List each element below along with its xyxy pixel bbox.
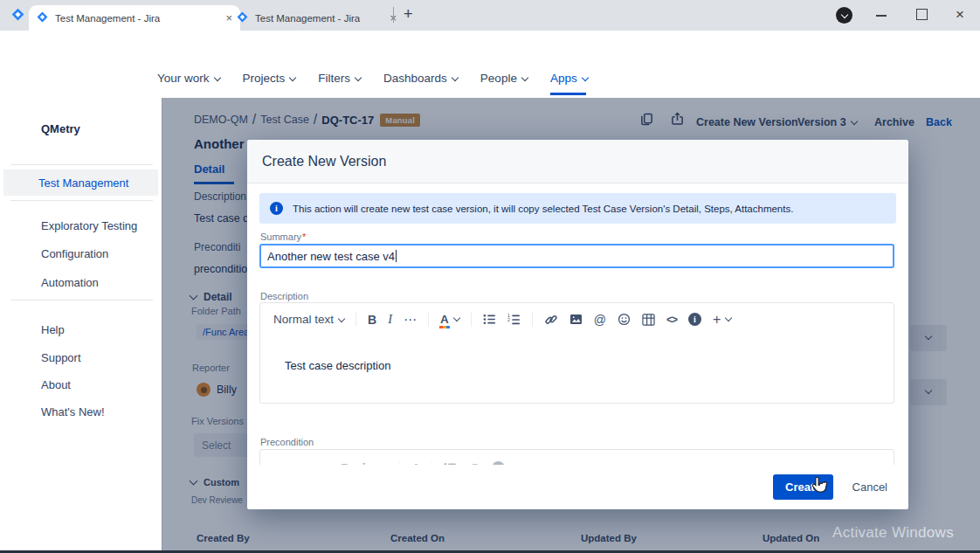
- chevron-down-icon: [725, 314, 732, 321]
- image-icon[interactable]: [569, 314, 583, 325]
- toolbar-divider: [532, 312, 533, 327]
- create-new-version-modal: Create New Version i This action will cr…: [247, 140, 908, 509]
- sidebar-item-about[interactable]: About: [41, 378, 71, 391]
- italic-icon[interactable]: I: [388, 313, 392, 326]
- sidebar-item-exploratory-testing[interactable]: Exploratory Testing: [41, 219, 137, 232]
- tab-favicon-jira-icon: [37, 10, 48, 26]
- browser-toolbar: tm-demo.atlassian.net/plugins/servlet/ac…: [0, 31, 980, 59]
- info-banner: i This action will create new test case …: [259, 193, 896, 224]
- sidebar-divider: [10, 164, 153, 165]
- window-maximize-button[interactable]: [916, 9, 928, 20]
- more-formatting-icon[interactable]: ⋯: [404, 313, 417, 326]
- sidebar-item-configuration[interactable]: Configuration: [41, 247, 108, 260]
- sidebar-app-title: QMetry: [41, 122, 80, 135]
- chevron-down-icon: [521, 74, 528, 81]
- chevron-down-icon: [355, 74, 362, 81]
- summary-label: Summary*: [260, 232, 306, 242]
- tab-title: Test Management - Jira: [255, 13, 383, 24]
- browser-tab-inactive[interactable]: Test Management - Jira ×: [229, 5, 404, 31]
- text-cursor: [396, 250, 397, 262]
- required-asterisk: *: [302, 232, 306, 242]
- toolbar-divider: [428, 312, 429, 327]
- screenshot-root: { "browser": { "tab1": "Test Management …: [0, 0, 980, 553]
- pinned-jira-icon[interactable]: [11, 8, 24, 24]
- window-close-button[interactable]: ×: [956, 6, 964, 24]
- browser-tab-active[interactable]: Test Management - Jira ×: [29, 5, 240, 31]
- modal-header: Create New Version: [247, 140, 908, 183]
- toolbar-divider: [355, 312, 356, 327]
- tab-divider: [393, 7, 394, 23]
- sidebar-item-support[interactable]: Support: [41, 351, 81, 364]
- modal-footer: Create Cancel: [247, 465, 908, 509]
- nav-item-filters[interactable]: Filters: [318, 72, 361, 85]
- summary-input[interactable]: Another new test case v4: [259, 244, 894, 268]
- chevron-down-icon: [452, 74, 459, 81]
- text-color-dropdown[interactable]: A: [440, 313, 459, 326]
- paragraph-style-dropdown[interactable]: Normal text: [273, 314, 344, 326]
- chevron-down-icon: [289, 74, 296, 81]
- precondition-field-label: Precondition: [260, 437, 314, 447]
- tab-title: Test Management - Jira: [55, 13, 218, 24]
- table-icon[interactable]: [642, 314, 655, 326]
- toolbar-divider: [471, 312, 472, 327]
- bold-icon[interactable]: B: [368, 314, 376, 326]
- chevron-down-icon: [581, 74, 588, 81]
- info-icon: i: [270, 202, 283, 215]
- description-editor-content[interactable]: Test case description: [285, 359, 390, 372]
- nav-item-people[interactable]: People: [480, 72, 528, 85]
- new-tab-button[interactable]: +: [404, 5, 413, 24]
- editor-toolbar: Normal text B I ⋯ A 12 @ <> i +: [260, 303, 894, 335]
- tab-favicon-jira-icon: [237, 10, 248, 26]
- modal-title: Create New Version: [262, 154, 386, 169]
- browser-tab-strip: Test Management - Jira × Test Management…: [0, 0, 980, 31]
- numbered-list-icon[interactable]: 12: [507, 314, 521, 325]
- window-minimize-button[interactable]: [876, 15, 887, 17]
- activate-windows-watermark: Activate Windows: [832, 524, 954, 542]
- browser-media-control-icon[interactable]: [836, 7, 852, 24]
- chevron-down-icon: [453, 314, 460, 321]
- nav-item-dashboards[interactable]: Dashboards: [383, 72, 458, 85]
- mention-icon[interactable]: @: [594, 314, 606, 326]
- jira-navbar: Jira Software Your work Projects Filters…: [0, 59, 980, 99]
- chevron-down-icon: [338, 315, 345, 322]
- modal-create-button[interactable]: Create: [773, 474, 832, 500]
- main-content: DEMO-QM / Test Case / DQ-TC-17 Manual Cr…: [162, 98, 980, 553]
- code-icon[interactable]: <>: [666, 315, 677, 325]
- link-icon[interactable]: [544, 313, 558, 327]
- info-panel-icon[interactable]: i: [688, 313, 701, 326]
- sidebar-divider: [10, 300, 153, 301]
- summary-input-value: Another new test case v4: [267, 250, 395, 263]
- emoji-icon[interactable]: [618, 313, 631, 326]
- sidebar-divider: [10, 200, 153, 201]
- qmetry-sidebar: QMetry Test Management Exploratory Testi…: [0, 98, 162, 553]
- nav-item-apps[interactable]: Apps: [550, 72, 588, 85]
- description-field-label: Description: [260, 291, 308, 301]
- nav-item-projects[interactable]: Projects: [243, 72, 296, 85]
- sidebar-item-whats-new[interactable]: What's New!: [41, 405, 105, 418]
- main-navigation: Your work Projects Filters Dashboards Pe…: [157, 59, 588, 98]
- modal-cancel-button[interactable]: Cancel: [847, 480, 893, 494]
- chevron-down-icon: [213, 74, 220, 81]
- sidebar-item-help[interactable]: Help: [41, 323, 65, 336]
- insert-more-dropdown[interactable]: +: [713, 313, 731, 327]
- nav-item-your-work[interactable]: Your work: [157, 72, 220, 85]
- svg-text:2: 2: [507, 317, 510, 322]
- description-editor[interactable]: Normal text B I ⋯ A 12 @ <> i + Te: [259, 302, 894, 404]
- bullet-list-icon[interactable]: [483, 314, 496, 325]
- sidebar-item-test-management[interactable]: Test Management: [3, 169, 158, 196]
- info-banner-text: This action will create new test case ve…: [293, 204, 793, 214]
- sidebar-item-automation[interactable]: Automation: [41, 276, 99, 289]
